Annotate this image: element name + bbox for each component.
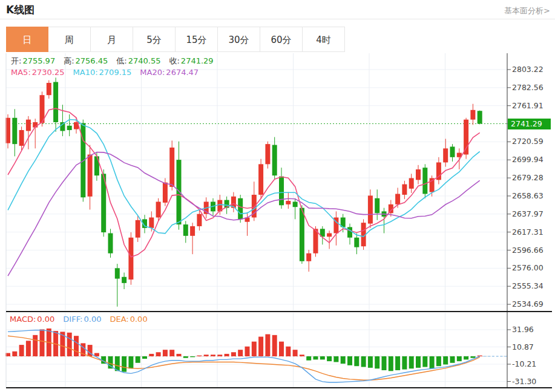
tab-4时[interactable]: 4时 — [303, 27, 345, 52]
candle-body-down — [293, 201, 298, 207]
tab-月[interactable]: 月 — [91, 27, 133, 52]
candle-body-down — [272, 145, 277, 176]
tab-60分[interactable]: 60分 — [260, 27, 303, 52]
macd-hist-bar-positive — [225, 354, 229, 356]
candle-body-down — [53, 82, 58, 122]
macd-hist-bar-negative — [327, 356, 332, 361]
macd-hist-bar-negative — [320, 356, 325, 359]
macd-hist-bar-positive — [26, 341, 31, 356]
candle-body-up — [265, 144, 270, 164]
price-tick-label: 2596.66 — [512, 246, 544, 255]
macd-hist-bar-negative — [436, 356, 441, 366]
legend-item: 开:2755.97 — [11, 56, 55, 67]
candle-body-down — [422, 168, 427, 194]
macd-hist-bar-negative — [464, 356, 468, 359]
macd-hist-bar-negative — [368, 356, 373, 368]
candle-body-up — [163, 183, 168, 203]
candle-body-up — [464, 120, 468, 155]
macd-hist-bar-negative — [450, 356, 455, 363]
price-tick-label: 2617.31 — [512, 228, 544, 237]
macd-hist-bar-negative — [136, 356, 140, 363]
macd-hist-bar-negative — [306, 356, 311, 361]
candle-body-up — [47, 83, 51, 95]
macd-hist-bar-negative — [470, 356, 475, 358]
macd-hist-bar-negative — [443, 356, 448, 365]
macd-hist-bar-positive — [149, 354, 154, 356]
price-tick-label: 2699.94 — [512, 155, 544, 164]
macd-hist-bar-positive — [272, 335, 277, 356]
candle-body-up — [258, 164, 263, 195]
tab-5分[interactable]: 5分 — [133, 27, 176, 52]
macd-hist-bar-positive — [204, 354, 209, 356]
candle-body-down — [450, 146, 455, 157]
legend-item: MA5:2730.25 — [11, 68, 65, 77]
macd-hist-bar-negative — [128, 356, 133, 368]
candle-body-up — [443, 148, 448, 162]
tab-30分[interactable]: 30分 — [218, 27, 260, 52]
macd-hist-bar-negative — [402, 356, 407, 370]
macd-hist-bar-negative — [389, 356, 393, 371]
price-tick-label: 2658.63 — [512, 192, 544, 200]
candle-body-up — [395, 194, 400, 204]
candle-body-down — [478, 111, 482, 123]
legend-item: 高:2756.45 — [64, 56, 108, 67]
macd-hist-bar-positive — [19, 345, 24, 356]
macd-tick-label: -31.30 — [512, 377, 536, 386]
macd-hist-bar-positive — [40, 329, 45, 356]
macd-tick-label: 31.96 — [512, 325, 534, 334]
macd-hist-bar-positive — [231, 352, 236, 356]
macd-hist-bar-negative — [422, 356, 427, 367]
current-price-badge: 2741.29 — [508, 119, 551, 129]
tab-周[interactable]: 周 — [48, 27, 91, 52]
ohlc-legend: 开:2755.97高:2756.45低:2740.55收:2741.29 — [11, 56, 214, 67]
macd-hist-bar-positive — [279, 342, 284, 356]
legend-item: DEA:0.00 — [110, 315, 147, 324]
fundamental-analysis-link[interactable]: 基本面分析> — [504, 5, 550, 16]
page-title: K线图 — [6, 3, 34, 17]
macd-hist-bar-positive — [67, 333, 72, 356]
price-tick-label: 2576.00 — [512, 264, 544, 272]
candle-body-up — [409, 178, 414, 188]
legend-item: MA10:2709.15 — [73, 68, 132, 77]
macd-hist-bar-negative — [333, 356, 338, 362]
candle-body-up — [136, 220, 140, 238]
macd-hist-bar-positive — [293, 350, 298, 356]
header-divider — [0, 19, 555, 19]
price-tick-label: 2803.22 — [512, 65, 544, 74]
legend-item: MACD:0.00 — [10, 315, 54, 324]
legend-item: MA20:2674.47 — [140, 68, 199, 77]
tab-15分[interactable]: 15分 — [176, 27, 218, 52]
macd-hist-bar-negative — [183, 356, 188, 358]
macd-hist-bar-negative — [375, 356, 379, 368]
tab-日[interactable]: 日 — [6, 27, 48, 52]
candle-body-up — [156, 201, 161, 217]
macd-hist-bar-positive — [258, 337, 263, 356]
candle-body-down — [300, 208, 304, 261]
price-tick-label: 2679.28 — [512, 174, 544, 182]
macd-hist-bar-negative — [382, 356, 387, 370]
candle-body-up — [197, 214, 202, 226]
price-tick-label: 2555.34 — [512, 282, 544, 290]
macd-hist-bar-positive — [88, 345, 93, 356]
candle-body-up — [128, 238, 133, 279]
candle-body-down — [347, 227, 352, 237]
candle-body-up — [470, 110, 475, 120]
legend-item: DIFF:0.00 — [63, 315, 101, 324]
macd-hist-bar-positive — [33, 335, 38, 356]
candle-body-down — [238, 198, 243, 220]
macd-hist-bar-positive — [211, 354, 215, 356]
macd-hist-bar-negative — [347, 356, 352, 365]
macd-hist-bar-positive — [265, 334, 270, 356]
candle-body-up — [306, 253, 311, 261]
candle-body-up — [368, 195, 373, 223]
candle-body-up — [190, 226, 195, 236]
candle-body-down — [12, 118, 17, 144]
legend-item: 收:2741.29 — [169, 56, 213, 67]
macd-hist-bar-positive — [156, 352, 161, 356]
candle-body-down — [354, 238, 359, 247]
macd-hist-bar-positive — [252, 342, 257, 356]
macd-tick-label: 10.87 — [512, 343, 534, 351]
candle-body-up — [286, 201, 291, 204]
candle-body-down — [177, 160, 182, 224]
macd-hist-bar-positive — [163, 350, 168, 356]
